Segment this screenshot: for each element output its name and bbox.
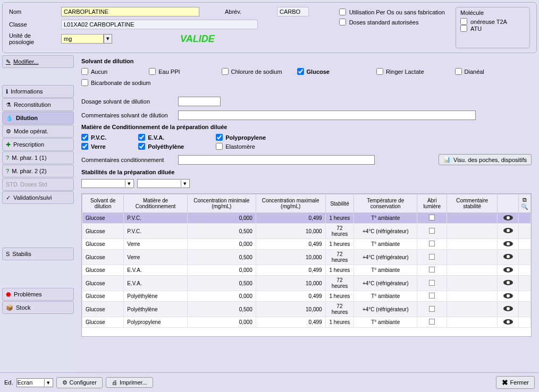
pvc-checkbox[interactable] [81, 134, 88, 141]
copy-icon[interactable]: ⧉ [521, 197, 528, 203]
col-cmax[interactable]: Concentration maximale (mg/mL) [256, 194, 325, 213]
printer-icon: ⚙ [62, 379, 68, 386]
commentaires-cond-label: Commentaires conditionnement [81, 157, 172, 163]
unite-input[interactable] [61, 34, 104, 44]
eye-icon [503, 306, 513, 311]
package-icon: 📦 [6, 304, 13, 311]
sidebar-mphar1[interactable]: ?M. phar. 1 (1) [2, 151, 74, 164]
solvant-title: Solvant de dilution [81, 56, 532, 66]
stabilis-icon: S [6, 251, 10, 257]
utilisation-label: Utilisation Per Os ou sans fabrication [349, 9, 445, 15]
abri-checkbox [429, 306, 435, 312]
modifier-button[interactable]: ✎Modifier... [2, 55, 74, 68]
utilisation-checkbox[interactable] [339, 8, 346, 15]
col-solvant[interactable]: Solvant de dilution [82, 194, 124, 213]
visu-poches-button[interactable]: 📊Visu. des poches, dispositifs [439, 154, 532, 165]
chevron-down-icon[interactable]: ▾ [44, 379, 52, 386]
sidebar-validation[interactable]: ✓Validation/suivi [2, 191, 74, 204]
classe-label: Classe [9, 21, 57, 28]
doses-std-checkbox[interactable] [339, 19, 346, 25]
eau-ppi-checkbox[interactable] [149, 68, 156, 75]
col-cmin[interactable]: Concentration minimale (mg/mL) [187, 194, 256, 213]
chart-icon: 📊 [443, 156, 451, 163]
elastomere-checkbox[interactable] [216, 143, 223, 150]
abri-checkbox [429, 241, 435, 246]
table-row[interactable]: Glucose Polyéthylène 0,500 10,000 72 heu… [82, 302, 531, 317]
chlorure-checkbox[interactable] [222, 68, 229, 75]
warning-icon: ⬣ [6, 291, 11, 298]
dosage-input[interactable] [178, 97, 221, 106]
bicarbonate-checkbox[interactable] [81, 79, 88, 86]
col-stabilite[interactable]: Stabilité [325, 194, 354, 213]
drop-icon: 💧 [6, 115, 13, 122]
filter2-combo[interactable]: ▾ [137, 179, 190, 188]
footer: Ed. ▾ ⚙Configurer 🖨Imprimer... ✖Fermer [0, 372, 539, 392]
abri-checkbox [429, 228, 435, 234]
table-row[interactable]: Glucose Verre 0,000 0,499 1 heures T° am… [82, 239, 531, 250]
table-row[interactable]: Glucose P.V.C. 0,500 10,000 72 heures +4… [82, 224, 531, 239]
sidebar-prescription[interactable]: ✚Prescription [2, 138, 74, 151]
ringer-checkbox[interactable] [376, 68, 383, 75]
abri-checkbox [429, 293, 435, 299]
sidebar-mode-operat[interactable]: ⚙Mode opérat. [2, 125, 74, 138]
sidebar-stock[interactable]: 📦Stock [2, 301, 74, 314]
commentaires-cond-input[interactable] [178, 155, 375, 165]
question-icon: ? [6, 168, 9, 174]
abrev-input[interactable] [277, 7, 309, 16]
col-commentaire[interactable]: Commentaire stabilité [447, 194, 498, 213]
sidebar-informations[interactable]: ℹInformations [2, 85, 74, 98]
col-temperature[interactable]: Température de conservation [354, 194, 417, 213]
eva-checkbox[interactable] [138, 134, 145, 141]
dosage-label: Dosage solvant de dilution [81, 98, 172, 105]
glucose-checkbox[interactable] [297, 68, 304, 75]
sidebar-mphar2[interactable]: ?M. phar. 2 (2) [2, 165, 74, 177]
sidebar-doses-std[interactable]: STDDoses Std [2, 178, 74, 191]
imprimer-button[interactable]: 🖨Imprimer... [106, 377, 153, 388]
close-icon: ✖ [502, 378, 508, 387]
unite-label: Unité de posologie [9, 32, 57, 45]
dianeal-checkbox[interactable] [455, 68, 462, 75]
polypropylene-checkbox[interactable] [216, 134, 223, 141]
table-row[interactable]: Glucose Polyéthylène 0,000 0,499 1 heure… [82, 291, 531, 302]
table-row[interactable]: Glucose Verre 0,500 10,000 72 heures +4°… [82, 250, 531, 265]
table-row[interactable]: Glucose E.V.A. 0,000 0,499 1 heures T° a… [82, 265, 531, 276]
unite-dropdown[interactable]: ▾ [104, 34, 112, 44]
ed-combo[interactable]: ▾ [16, 378, 53, 387]
eye-icon [503, 215, 513, 220]
eye-icon [503, 228, 513, 233]
question-icon: ? [6, 155, 9, 161]
sidebar-stabilis[interactable]: SStabilis [2, 248, 74, 260]
onereuse-checkbox[interactable] [460, 18, 467, 25]
col-matiere[interactable]: Matière de Conditionnement [124, 194, 187, 213]
col-actions: ⧉ 🔍 [519, 194, 531, 213]
configurer-button[interactable]: ⚙Configurer [56, 377, 103, 388]
col-abri[interactable]: Abri lumière [417, 194, 447, 213]
sidebar-problemes[interactable]: ⬣Problèmes [2, 288, 74, 301]
polyethylene-checkbox[interactable] [138, 143, 145, 150]
sidebar-dilution[interactable]: 💧Dilution [2, 112, 74, 124]
atu-checkbox[interactable] [460, 25, 467, 32]
header-panel: Nom Abrév. Classe Unité de posologie ▾ V… [2, 2, 537, 53]
aucun-checkbox[interactable] [81, 68, 88, 75]
sidebar: ✎Modifier... ℹInformations ⚗Reconstituti… [2, 55, 74, 372]
abri-checkbox [429, 254, 435, 260]
sidebar-reconstitution[interactable]: ⚗Reconstitution [2, 98, 74, 111]
table-row[interactable]: Glucose Polypropylene 0,000 0,499 1 heur… [82, 317, 531, 328]
valide-label: VALIDE [180, 33, 215, 45]
nom-input[interactable] [61, 7, 199, 16]
molecule-title: Molécule [460, 10, 525, 16]
fermer-button[interactable]: ✖Fermer [496, 376, 535, 389]
table-row[interactable]: Glucose E.V.A. 0,500 10,000 72 heures +4… [82, 276, 531, 291]
table-row[interactable]: Glucose P.V.C. 0,000 0,499 1 heures T° a… [82, 213, 531, 224]
search-icon[interactable]: 🔍 [521, 203, 528, 210]
eye-icon [503, 241, 513, 246]
conditionnement-title: Matière de Conditionnement de la prépara… [81, 122, 532, 132]
chevron-down-icon[interactable]: ▾ [181, 180, 189, 187]
abrev-label: Abrév. [225, 8, 273, 15]
ed-label: Ed. [4, 379, 13, 386]
verre-checkbox[interactable] [81, 143, 88, 150]
filter1-combo[interactable]: ▾ [81, 179, 134, 188]
classe-input[interactable] [61, 20, 258, 29]
chevron-down-icon[interactable]: ▾ [125, 180, 133, 187]
commentaires-solvant-input[interactable] [178, 110, 476, 120]
